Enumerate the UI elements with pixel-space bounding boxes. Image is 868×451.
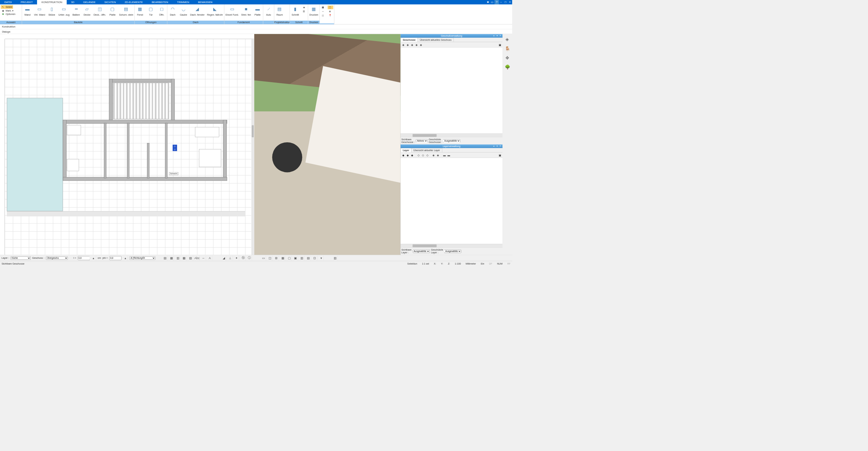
menu-bearbeiten[interactable]: BEARBEITEN: [147, 0, 173, 4]
hscroll-2d[interactable]: [7, 211, 245, 216]
menu-datei[interactable]: DATEI: [0, 0, 16, 4]
l-input[interactable]: [78, 256, 90, 260]
menu-2delemente[interactable]: 2D-ELEMENTE: [120, 0, 147, 4]
splitter-handle[interactable]: [251, 39, 254, 255]
layers-hscroll[interactable]: [401, 244, 502, 248]
virt-wand-button[interactable]: ▭Virt. Wand: [33, 5, 47, 16]
align-left-icon[interactable]: ▤: [163, 256, 167, 260]
target-icon[interactable]: ✥: [504, 54, 511, 61]
decke-button[interactable]: ▱Decke: [81, 5, 92, 16]
platte-button[interactable]: ▬Platte: [252, 5, 263, 16]
layer-tool-icon[interactable]: ◇: [425, 153, 429, 157]
geschuetzte-geschosse-select[interactable]: Ausgewählte: [443, 139, 460, 142]
dropdown-icon[interactable]: ▾: [319, 256, 324, 260]
panel-min-icon[interactable]: ◂: [493, 34, 495, 37]
layer-tool-icon[interactable]: ◇: [417, 153, 420, 157]
auto-button[interactable]: ⟋Auto: [263, 5, 274, 16]
dach-button[interactable]: ◠Dach: [167, 5, 178, 16]
layer-dropdown[interactable]: ◈: [301, 6, 307, 10]
stepper-up-icon[interactable]: ▴: [123, 256, 128, 260]
mehrere-seiten-button[interactable]: ▥: [320, 14, 326, 17]
menu-sichten[interactable]: SICHTEN: [100, 0, 121, 4]
floors-hscroll[interactable]: [401, 133, 502, 137]
close-icon[interactable]: ×: [508, 0, 512, 4]
menu-trimmen[interactable]: TRIMMEN: [172, 0, 193, 4]
platte-button[interactable]: ▢Platte: [107, 5, 118, 16]
align-center-icon[interactable]: ▦: [169, 256, 174, 260]
view4-icon[interactable]: ▦: [280, 256, 285, 260]
panel-close-icon[interactable]: ×: [499, 34, 502, 37]
view7-icon[interactable]: ▥: [300, 256, 304, 260]
einzel-fund--button[interactable]: ▭Einzel Fund.: [224, 5, 240, 16]
chair-icon[interactable]: 🪑: [504, 45, 511, 52]
collapse-icon[interactable]: ▣: [498, 43, 502, 47]
collapse-icon[interactable]: ▣: [498, 153, 502, 157]
tool-icon[interactable]: ✖: [486, 0, 490, 4]
tab-uebersicht-layer[interactable]: Übersicht aktueller Layer: [411, 148, 442, 152]
dl-select[interactable]: dl (Richtung/Di: [129, 256, 155, 259]
tree-icon[interactable]: 🌳: [504, 64, 511, 71]
section-icon[interactable]: ◢: [222, 256, 226, 260]
panel-dock-icon[interactable]: ▾: [496, 34, 498, 37]
geschuetzte-layer-select[interactable]: Ausgewählte: [444, 250, 461, 253]
snap-icon[interactable]: ✦: [234, 256, 239, 260]
tab-layer[interactable]: Layer: [401, 148, 411, 152]
phi-input[interactable]: [109, 256, 121, 260]
fenst-button[interactable]: ▦Fenst: [135, 5, 146, 16]
einheit-button[interactable]: ↔: [320, 10, 326, 13]
layer-tool-icon[interactable]: ▬: [447, 153, 451, 157]
wand-button[interactable]: ▬Wand: [22, 5, 33, 16]
unter-zug-button[interactable]: ▭Unter- zug: [57, 5, 71, 16]
st-tze-button[interactable]: ▯Stütze: [47, 5, 57, 16]
layer-tool-icon[interactable]: ◆: [401, 153, 405, 157]
text-icon[interactable]: Abc: [195, 256, 200, 260]
balken-button[interactable]: ━Balken: [71, 5, 82, 16]
menu-bemassen[interactable]: BEMASSEN: [193, 0, 217, 4]
menu-3d[interactable]: 3D: [67, 0, 79, 4]
select-button[interactable]: ↖Selekt: [1, 5, 13, 9]
layer-select[interactable]: Küche: [11, 256, 31, 259]
dim-icon[interactable]: ↔: [201, 256, 206, 260]
floors-tool-icon[interactable]: ◈: [419, 43, 423, 47]
layer-tool-icon[interactable]: ◆: [410, 153, 414, 157]
view9-icon[interactable]: ⊡: [312, 256, 317, 260]
options-button[interactable]: ✚Optionen: [1, 13, 16, 16]
raum-button[interactable]: ▮Schnitt: [290, 5, 301, 16]
view2-icon[interactable]: ◫: [267, 256, 272, 260]
ortho-icon[interactable]: ⊥: [228, 256, 233, 260]
panel-dock-icon[interactable]: ▾: [496, 145, 498, 147]
2d-view[interactable]: Schacht ○○: [0, 34, 254, 255]
tab-uebersicht-geschoss[interactable]: Übersicht aktuelles Geschoss: [418, 38, 454, 42]
floors-tool-icon[interactable]: ◈: [414, 43, 418, 47]
view8-icon[interactable]: ▤: [306, 256, 311, 260]
layer-tool-icon[interactable]: ▬: [443, 153, 446, 157]
align-right-icon[interactable]: ▥: [176, 256, 180, 260]
layer-tool-icon[interactable]: ◇: [421, 153, 425, 157]
help-icon[interactable]: ?: [495, 0, 499, 4]
geschoss-dropdown[interactable]: ☰: [301, 10, 307, 13]
stepper-up-icon[interactable]: ▴: [91, 256, 96, 260]
blatt-position-button[interactable]: ⊕: [328, 10, 333, 13]
view3-icon[interactable]: ⊞: [274, 256, 279, 260]
panel-close-icon[interactable]: ×: [499, 145, 502, 147]
layers-icon[interactable]: ◈: [504, 36, 511, 43]
3d-view[interactable]: [254, 34, 401, 255]
raum-button[interactable]: ▤Raum: [274, 5, 285, 16]
a-icon[interactable]: A: [207, 256, 212, 260]
maximize-icon[interactable]: □: [503, 0, 508, 4]
layer-tool-icon[interactable]: ◆: [406, 153, 409, 157]
sichtbare-layer-select[interactable]: Ausgewählte: [413, 250, 430, 253]
raender-button[interactable]: ▢: [328, 6, 333, 10]
view5-icon[interactable]: ▢: [287, 256, 292, 260]
drawing-canvas[interactable]: Schacht ○○: [5, 39, 251, 255]
papierformat-button[interactable]: ▦: [320, 6, 326, 10]
pos-reset-button[interactable]: 📍: [328, 14, 333, 17]
minimize-icon[interactable]: −: [499, 0, 503, 4]
hatch-icon[interactable]: ▨: [188, 256, 193, 260]
panel-min-icon[interactable]: ◂: [493, 145, 495, 147]
menu-konstruktion[interactable]: KONSTRUKTION: [37, 0, 67, 4]
schorn-stein-button[interactable]: ▤Schorn- stein: [118, 5, 134, 16]
tab-geschosse[interactable]: Geschosse: [401, 38, 418, 42]
mark-button[interactable]: ◉Mark. ▾: [1, 9, 14, 13]
floors-tool-icon[interactable]: ◈: [406, 43, 409, 47]
